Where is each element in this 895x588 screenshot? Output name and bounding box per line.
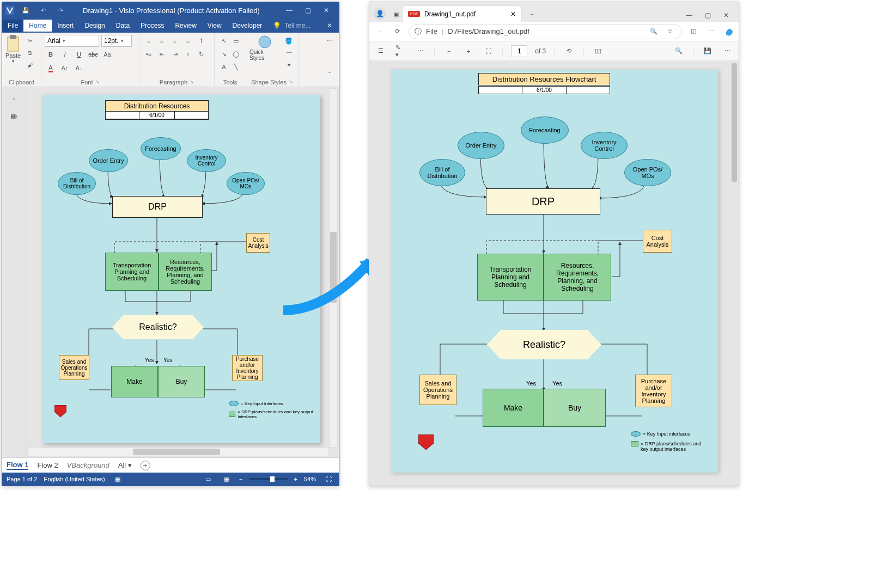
align-middle-button[interactable]: ↕ [182,48,193,59]
tab-design[interactable]: Design [79,20,110,32]
drawing-page[interactable]: Distribution Resources Flowchart 6/1/00 [42,95,320,443]
pointer-tool-icon[interactable]: ↖ [218,35,229,46]
sheet-tab-all[interactable]: All ▾ [118,461,132,469]
cut-icon[interactable]: ✂ [25,35,35,46]
paste-button[interactable]: Paste ▾ [5,35,21,64]
effects-button[interactable]: ✦ [283,59,294,70]
align-top-button[interactable]: ⤒ [196,35,206,46]
align-right-button[interactable]: ≡ [169,35,180,46]
tab-tell-me[interactable]: 💡 Tell me... [267,20,316,32]
text-tool-icon[interactable]: A [218,62,229,72]
zoom-indicator-icon[interactable]: 🔍 [648,26,659,37]
tab-developer[interactable]: Developer [227,20,268,32]
zoom-out-button[interactable]: − [239,476,242,482]
format-painter-icon[interactable]: 🖌 [25,59,35,70]
italic-button[interactable]: I [59,49,70,60]
tab-insert[interactable]: Insert [52,20,79,32]
tab-view[interactable]: View [202,20,227,32]
presentation-mode-icon[interactable]: ▭ [203,474,214,485]
tab-home[interactable]: Home [23,20,52,32]
new-tab-button[interactable]: ＋ [526,9,537,20]
page-view-icon[interactable]: ▯▯ [593,46,604,57]
fit-page-icon[interactable]: ⛶ [323,474,334,485]
info-icon[interactable]: ⓘ [415,27,422,36]
stencil-icon[interactable]: ▦› [9,111,20,121]
rotate-text-button[interactable]: ↻ [196,48,206,59]
tab-file[interactable]: File [2,20,23,32]
align-left-button[interactable]: ≡ [143,35,154,46]
fit-width-icon[interactable]: ▦ [221,474,232,485]
workspaces-icon[interactable]: ▣ [391,9,401,20]
maximize-button[interactable]: ▢ [299,4,317,17]
tab-review[interactable]: Review [169,20,202,32]
strike-button[interactable]: abc [88,49,99,60]
scrollbar-thumb[interactable] [732,63,737,182]
font-color-button[interactable]: A [45,63,56,74]
contents-icon[interactable]: ☰ [375,46,386,57]
pdf-zoom-in-button[interactable]: + [463,46,474,57]
zoom-in-button[interactable]: + [294,476,297,482]
pdf-menu-icon[interactable]: ⋯ [722,46,733,57]
browser-content[interactable]: Distribution Resources Flowchart 6/1/00 [369,61,739,486]
find-icon[interactable]: 🔍 [673,46,684,57]
zoom-value[interactable]: 54% [304,476,316,482]
copilot-icon[interactable] [723,26,734,37]
minimize-button[interactable]: — [280,4,299,17]
sheet-tab-flow2[interactable]: Flow 2 [37,461,58,469]
fill-button[interactable]: 🪣 [283,35,294,46]
favorite-icon[interactable]: ☆ [665,26,675,37]
tab-data[interactable]: Data [111,20,135,32]
more-draw-icon[interactable]: ⋯ [415,46,425,57]
scrollbar-thumb[interactable] [330,232,337,303]
back-button[interactable]: ← [374,26,385,37]
split-screen-icon[interactable]: ◫ [688,26,699,37]
vertical-scrollbar[interactable] [329,88,338,448]
case-button[interactable]: Aa [102,49,113,60]
font-name-combo[interactable]: Arial▾ [45,35,99,47]
browser-tab[interactable]: PDF Drawing1_out.pdf ✕ [402,5,522,22]
ribbon-collapse-icon[interactable]: ˆ [324,69,335,80]
undo-icon[interactable]: ↶ [38,5,48,16]
address-bar[interactable]: ⓘ File | D:/Files/Drawing1_out.pdf 🔍 ☆ [409,24,682,39]
increase-indent-button[interactable]: ⇥ [169,48,180,59]
collapse-ribbon-button[interactable]: ✕ [320,19,339,32]
save-icon[interactable]: 💾 [20,5,31,16]
underline-button[interactable]: U [74,49,84,60]
expand-shapes-icon[interactable]: › [9,93,20,104]
pdf-page-input[interactable] [511,45,527,57]
redo-icon[interactable]: ↷ [55,5,66,16]
justify-button[interactable]: ≡ [182,35,193,46]
save-pdf-icon[interactable]: 💾 [702,46,713,57]
font-size-combo[interactable]: 12pt.▾ [101,35,132,47]
line-button[interactable]: 〰 [283,47,294,58]
browser-scrollbar[interactable] [732,63,737,484]
grow-font-button[interactable]: A↑ [59,63,70,74]
sheet-tab-flow1[interactable]: Flow 1 [7,461,28,470]
bullets-button[interactable]: •≡ [143,48,154,59]
quick-styles-button[interactable]: Quick Styles [249,35,279,61]
connector-tool-icon[interactable]: ↘ [218,48,229,59]
close-button[interactable]: ✕ [317,4,336,17]
shrink-font-button[interactable]: A↓ [74,63,84,74]
tab-close-icon[interactable]: ✕ [510,10,516,18]
fit-icon[interactable]: ⛶ [483,46,494,57]
tab-process[interactable]: Process [135,20,169,32]
horizontal-scrollbar[interactable] [27,448,329,456]
decrease-indent-button[interactable]: ⇤ [156,48,167,59]
copy-icon[interactable]: ⧉ [25,47,35,58]
canvas-scroll[interactable]: Distribution Resources Flowchart 6/1/00 [26,87,339,457]
add-sheet-button[interactable]: ＋ [141,461,150,470]
scrollbar-thumb[interactable] [133,449,220,455]
sheet-tab-vbg[interactable]: VBackground [67,461,109,469]
ellipse-tool-icon[interactable]: ◯ [230,48,241,59]
refresh-button[interactable]: ⟳ [392,26,403,37]
line-tool-icon[interactable]: ╲ [230,62,241,72]
browser-minimize-button[interactable]: — [680,9,698,22]
pdf-zoom-out-button[interactable]: − [443,46,454,57]
ribbon-more-icon[interactable]: ⋯ [324,35,335,46]
profile-icon[interactable]: 👤 [374,8,386,20]
align-center-button[interactable]: ≡ [156,35,167,46]
browser-maximize-button[interactable]: ▢ [698,9,717,22]
draw-icon[interactable]: ✎ ▾ [395,46,406,57]
menu-icon[interactable]: ⋯ [705,26,716,37]
